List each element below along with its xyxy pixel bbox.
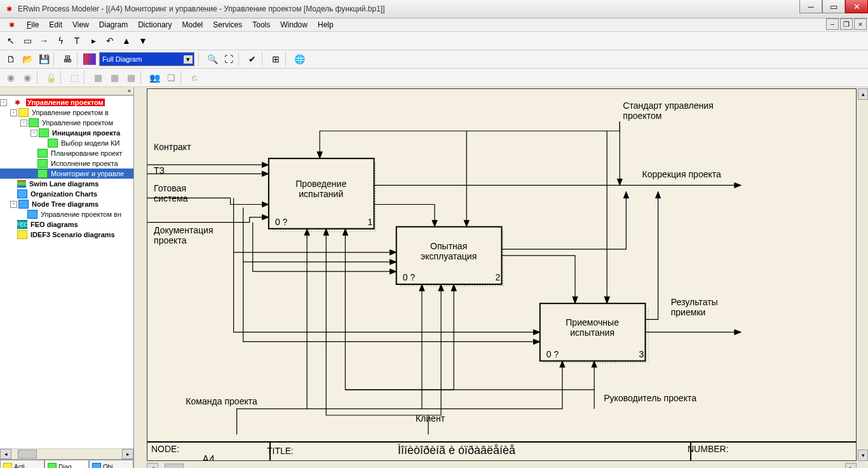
pointer-tool[interactable]: ↖: [3, 33, 18, 48]
box3-page: 0 ?: [546, 349, 559, 359]
minimize-button[interactable]: ─: [799, 0, 822, 13]
sidebar: × -✱Управление проектом -Управление прое…: [0, 87, 134, 468]
spell-button[interactable]: ✔: [245, 52, 260, 67]
menu-tools[interactable]: Tools: [247, 19, 275, 31]
box3-num: 3: [639, 349, 644, 359]
group1-b: ◉: [20, 70, 35, 85]
undo-tool[interactable]: ↶: [102, 33, 118, 48]
tree-item[interactable]: Планирование проект: [0, 148, 133, 158]
window-title: ERwin Process Modeler - [(A4) Мониторинг…: [18, 4, 384, 13]
text-tool[interactable]: T: [69, 33, 85, 48]
save-button[interactable]: 💾: [36, 52, 51, 67]
canvas-container: Стандарт управленияпроектом Контракт ТЗ …: [134, 87, 868, 468]
menu-window[interactable]: Window: [275, 19, 313, 31]
align3: ▦: [123, 70, 139, 85]
control-label: Стандарт управленияпроектом: [623, 100, 713, 121]
input1-label: Контракт: [154, 142, 191, 152]
output2-label: Результатыприемки: [671, 297, 718, 317]
tab-objects[interactable]: Obj...: [89, 460, 133, 468]
panel-close[interactable]: ×: [0, 87, 133, 95]
menubar: ✱ File Edit View Diagram Dictionary Mode…: [0, 18, 868, 32]
tree-hscroll[interactable]: ◂▸: [0, 448, 133, 459]
tree-org[interactable]: Organization Charts: [0, 189, 133, 199]
tree-item[interactable]: -Управление проектом в: [0, 107, 133, 118]
model-tree[interactable]: -✱Управление проектом -Управление проект…: [0, 95, 133, 448]
tree-node[interactable]: -Node Tree diagrams: [0, 199, 133, 209]
tree-item[interactable]: Выбор модели КИ: [0, 138, 133, 148]
arrow-tool[interactable]: →: [36, 33, 51, 48]
zoom-fit-button[interactable]: ⛶: [221, 52, 236, 67]
mdi-restore[interactable]: ❐: [840, 18, 853, 30]
diagram-canvas[interactable]: Стандарт управленияпроектом Контракт ТЗ …: [147, 88, 857, 461]
mdi-icon[interactable]: ✱: [6, 20, 17, 30]
toolbar-2: 🗋 📂 💾 🖶 Full Diagram 🔍 ⛶ ✔ ⊞ 🌐: [0, 50, 868, 69]
open-button[interactable]: 📂: [20, 52, 35, 67]
toolbar-3: ◉ ◉ 🔒 ⬚ ▦ ▦ ▦ 👥 ❏ ⎌: [0, 69, 868, 87]
tree-item[interactable]: Исполнение проекта: [0, 158, 133, 169]
tree-item[interactable]: -Инициация проекта: [0, 128, 133, 138]
mdi-close[interactable]: ×: [854, 18, 867, 30]
tree-feo[interactable]: FEOFEO diagrams: [0, 219, 133, 230]
zoom-in-button[interactable]: 🔍: [205, 52, 220, 67]
diagram-footer: NODE:A4 TITLE: Ìîíèòîðèíã è óïðàâëåíèå N…: [147, 441, 856, 460]
lock-button: 🔒: [43, 70, 58, 85]
new-button[interactable]: 🗋: [3, 52, 18, 67]
tab-diagrams[interactable]: Diag...: [44, 460, 89, 468]
titlebar: ✱ ERwin Process Modeler - [(A4) Монитори…: [0, 0, 868, 18]
box1-title: Проведениеиспытаний: [295, 179, 346, 199]
mdi-minimize[interactable]: −: [826, 18, 839, 30]
canvas-vscroll[interactable]: ▴ ▾: [858, 88, 868, 461]
align1: ▦: [90, 70, 105, 85]
tree-swim[interactable]: Swim Lane diagrams: [0, 179, 133, 189]
menu-view[interactable]: View: [67, 19, 94, 31]
box3-title: Приемочныеиспытания: [566, 317, 619, 338]
globe-button[interactable]: 🌐: [292, 52, 307, 67]
squiggle-tool[interactable]: ϟ: [53, 33, 68, 48]
close-button[interactable]: ✕: [845, 0, 868, 13]
menu-help[interactable]: Help: [313, 19, 339, 31]
output1-label: Коррекция проекта: [642, 169, 721, 179]
more-tool[interactable]: ▸: [86, 33, 101, 48]
group1-a: ◉: [3, 70, 18, 85]
tree-item[interactable]: Управление проектом вн: [0, 209, 133, 219]
down-tool[interactable]: ▼: [135, 33, 151, 48]
menu-model[interactable]: Model: [177, 19, 208, 31]
zoom-combo[interactable]: Full Diagram: [99, 52, 194, 66]
mech3-label: Руководитель проекта: [604, 393, 696, 403]
idef0-diagram: Стандарт управленияпроектом Контракт ТЗ …: [147, 89, 856, 460]
box-tool[interactable]: ▭: [20, 33, 35, 48]
input3-label: Готоваясистема: [154, 183, 188, 203]
cube-button: ⬚: [67, 70, 82, 85]
menu-edit[interactable]: Edit: [44, 19, 67, 31]
tree-idef3[interactable]: IDEF3 Scenario diagrams: [0, 230, 133, 240]
mech1-label: Команда проекта: [186, 396, 257, 406]
box1-page: 0 ?: [275, 217, 288, 227]
tree-item[interactable]: -Управление проектом: [0, 118, 133, 128]
menu-services[interactable]: Services: [208, 19, 247, 31]
app-icon: ✱: [4, 4, 14, 14]
menu-dictionary[interactable]: Dictionary: [133, 19, 177, 31]
input4-label: Документацияпроекта: [154, 225, 213, 245]
tree-root[interactable]: -✱Управление проектом: [0, 97, 133, 107]
people-button[interactable]: 👥: [147, 70, 162, 85]
dup-button: ❏: [163, 70, 179, 85]
tree-button[interactable]: ⊞: [268, 52, 283, 67]
tab-activities[interactable]: Acti...: [0, 460, 44, 468]
canvas-hscroll[interactable]: ◂▸: [147, 462, 857, 468]
menu-file[interactable]: File: [22, 19, 44, 31]
box1-num: 1: [368, 217, 373, 227]
color-button[interactable]: [83, 53, 96, 65]
align2: ▦: [107, 70, 122, 85]
conn-button: ⎌: [187, 70, 202, 85]
menu-diagram[interactable]: Diagram: [94, 19, 133, 31]
up-tool[interactable]: ▲: [119, 33, 134, 48]
box2-page: 0 ?: [403, 272, 416, 282]
print-button[interactable]: 🖶: [60, 52, 75, 67]
toolbar-1: ↖ ▭ → ϟ T ▸ ↶ ▲ ▼: [0, 32, 868, 50]
maximize-button[interactable]: ▭: [822, 0, 845, 13]
box2-num: 2: [495, 272, 500, 282]
tree-item-selected[interactable]: Мониторинг и управле: [0, 169, 133, 179]
